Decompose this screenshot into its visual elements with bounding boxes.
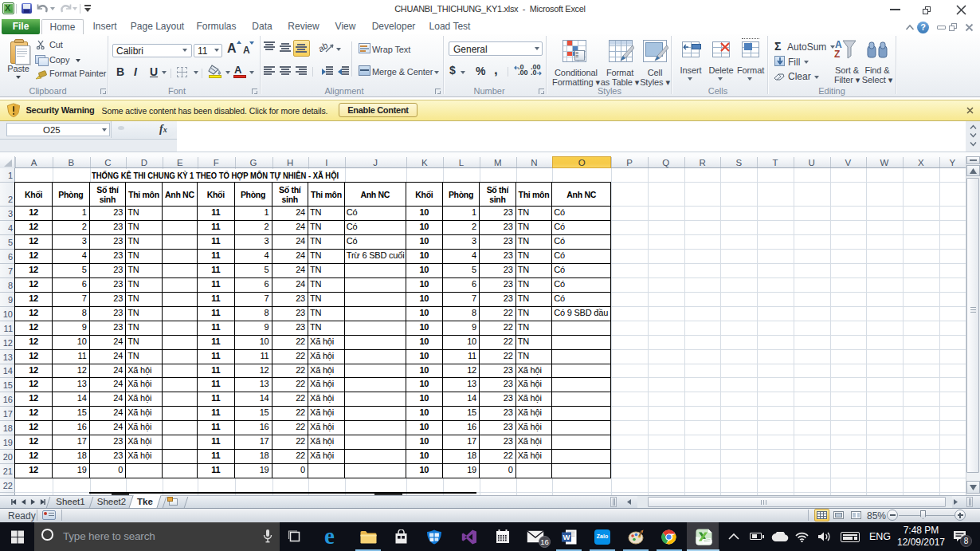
svg-text:W: W — [563, 533, 570, 541]
